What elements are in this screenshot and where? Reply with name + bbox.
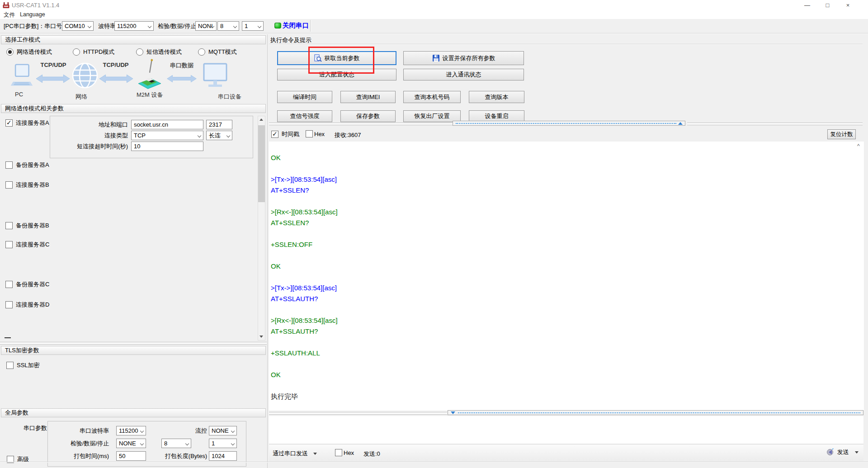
radio-icon[interactable]: [198, 48, 205, 56]
connect-server-a-checkbox-row[interactable]: 连接服务器A: [5, 119, 49, 127]
radio-label[interactable]: MQTT模式: [208, 48, 237, 56]
backup-server-a-checkbox-row[interactable]: 备份服务器A: [5, 161, 49, 169]
checkbox-icon[interactable]: [335, 449, 342, 456]
factory-reset-button[interactable]: 恢复出厂设置: [403, 110, 461, 122]
checkbox-icon[interactable]: [5, 281, 13, 288]
timeout-input[interactable]: 10: [131, 142, 203, 151]
backup-server-b-checkbox-row[interactable]: 备份服务器B: [5, 222, 49, 230]
checkbox-label[interactable]: SSL加密: [17, 361, 40, 369]
checkbox-label[interactable]: 备份服务器C: [16, 280, 49, 288]
radio-label[interactable]: 网络透传模式: [17, 48, 52, 56]
reset-counter-button[interactable]: 复位计数: [827, 129, 856, 139]
radio-label[interactable]: HTTPD模式: [83, 48, 114, 56]
server-a-address-input[interactable]: socket.usr.cn: [131, 120, 203, 129]
server-a-port-input[interactable]: 2317: [206, 120, 232, 129]
radio-mqtt-mode[interactable]: MQTT模式: [198, 48, 237, 56]
flow-control-select[interactable]: NONE: [209, 426, 237, 435]
checkbox-checked-icon[interactable]: [5, 119, 13, 127]
query-signal-button[interactable]: 查信号强度: [277, 110, 332, 122]
checkbox-label[interactable]: Hex: [314, 131, 325, 137]
minimize-button[interactable]: —: [797, 0, 817, 11]
conn-mode-select[interactable]: 长连: [206, 131, 232, 140]
parity-select[interactable]: NONI: [195, 21, 217, 31]
timestamp-checkbox-row[interactable]: 时间戳: [271, 130, 299, 138]
serial-stopbits-select[interactable]: 1: [209, 439, 237, 448]
radio-sms-mode[interactable]: 短信透传模式: [136, 48, 182, 56]
maximize-button[interactable]: □: [817, 0, 838, 11]
checkbox-icon[interactable]: [5, 222, 13, 229]
collapse-up-arrow-icon[interactable]: [678, 122, 683, 125]
port-open-led-icon: [274, 23, 281, 28]
floppy-save-icon: [432, 54, 440, 62]
com-port-select[interactable]: COM10: [62, 21, 94, 31]
enter-comm-state-button[interactable]: 进入通讯状态: [403, 69, 524, 80]
advanced-checkbox-row[interactable]: 高级: [7, 455, 29, 463]
radio-icon[interactable]: [73, 48, 80, 56]
packlen-input[interactable]: 1024: [209, 451, 237, 461]
serial-parity-select[interactable]: NONE: [116, 439, 146, 448]
send-text-area[interactable]: [269, 416, 863, 444]
checkbox-label[interactable]: 备份服务器A: [16, 161, 49, 169]
radio-label[interactable]: 短信透传模式: [146, 48, 182, 56]
scroll-up-arrow[interactable]: [258, 116, 265, 123]
radio-net-transparent-mode[interactable]: 网络透传模式: [6, 48, 52, 56]
log-splitter-right[interactable]: [687, 123, 863, 125]
radio-httpd-mode[interactable]: HTTPD模式: [73, 48, 114, 56]
checkbox-label[interactable]: Hex: [344, 449, 354, 456]
checkbox-label[interactable]: 连接服务器D: [16, 301, 49, 309]
send-hex-checkbox-row[interactable]: Hex: [335, 449, 354, 456]
log-hex-checkbox-row[interactable]: Hex: [306, 130, 325, 137]
ssl-encrypt-checkbox-row[interactable]: SSL加密: [6, 361, 40, 369]
query-version-button[interactable]: 查询版本: [469, 91, 524, 103]
log-scroll-hint[interactable]: ^: [857, 143, 860, 149]
checkbox-checked-icon[interactable]: [271, 131, 278, 138]
checkbox-icon[interactable]: [5, 161, 13, 169]
send-splitter-collapse[interactable]: [448, 410, 863, 415]
databits-select[interactable]: 8: [217, 21, 239, 31]
checkbox-label[interactable]: 连接服务器C: [16, 241, 49, 249]
radio-icon[interactable]: [136, 48, 143, 56]
menu-file[interactable]: 文件: [4, 11, 15, 19]
left-splitter[interactable]: [0, 342, 267, 345]
checkbox-icon[interactable]: [5, 241, 13, 248]
save-params-button[interactable]: 保存参数: [340, 110, 396, 122]
connect-server-b-checkbox-row[interactable]: 连接服务器B: [5, 181, 49, 189]
serial-databits-select[interactable]: 8: [161, 439, 191, 448]
log-output-area[interactable]: OK >[Tx->][08:53:54][asc] AT+SSLEN? >[Rx…: [269, 142, 864, 411]
checkbox-label[interactable]: 连接服务器A: [16, 119, 49, 127]
scroll-down-arrow[interactable]: [258, 333, 265, 340]
checkbox-icon[interactable]: [306, 130, 313, 137]
checkbox-icon[interactable]: [5, 301, 13, 308]
query-phone-number-button[interactable]: 查询本机号码: [403, 91, 461, 103]
checkbox-icon[interactable]: [5, 181, 13, 189]
menu-language[interactable]: Language: [20, 11, 45, 18]
query-imei-button[interactable]: 查询IMEI: [340, 91, 396, 103]
checkbox-label[interactable]: 连接服务器B: [16, 181, 49, 189]
send-via-dropdown[interactable]: 通过串口发送: [273, 449, 317, 458]
connect-server-c-checkbox-row[interactable]: 连接服务器C: [5, 241, 49, 249]
radio-selected-icon[interactable]: [6, 48, 14, 56]
checkbox-label[interactable]: 高级: [17, 455, 29, 463]
send-button[interactable]: 发送: [826, 448, 859, 456]
checkbox-label[interactable]: 备份服务器B: [16, 222, 49, 230]
stopbits-select[interactable]: 1: [242, 21, 264, 31]
chevron-down-icon: [855, 451, 859, 454]
left-scrollbar[interactable]: [258, 116, 265, 340]
log-splitter-left[interactable]: [269, 123, 453, 125]
close-button[interactable]: ×: [838, 0, 858, 11]
checkbox-label[interactable]: 时间戳: [282, 130, 299, 138]
serial-baud-select[interactable]: 115200: [116, 426, 146, 435]
log-splitter-collapse[interactable]: [453, 121, 685, 126]
scrollbar-thumb[interactable]: [258, 125, 265, 202]
packtime-input[interactable]: 50: [116, 451, 146, 461]
compile-time-button[interactable]: 编译时间: [277, 91, 332, 103]
connect-server-d-checkbox-row[interactable]: 连接服务器D: [5, 301, 49, 309]
send-splitter-left[interactable]: [269, 412, 447, 415]
backup-server-c-checkbox-row[interactable]: 备份服务器C: [5, 280, 49, 288]
set-save-all-params-button[interactable]: 设置并保存所有参数: [403, 51, 524, 65]
baud-select[interactable]: 115200: [114, 21, 154, 31]
close-port-button[interactable]: 关闭串口: [283, 21, 309, 30]
conn-type-select[interactable]: TCP: [131, 131, 203, 140]
collapse-down-arrow-icon[interactable]: [451, 411, 455, 414]
checkbox-icon[interactable]: [6, 362, 14, 369]
